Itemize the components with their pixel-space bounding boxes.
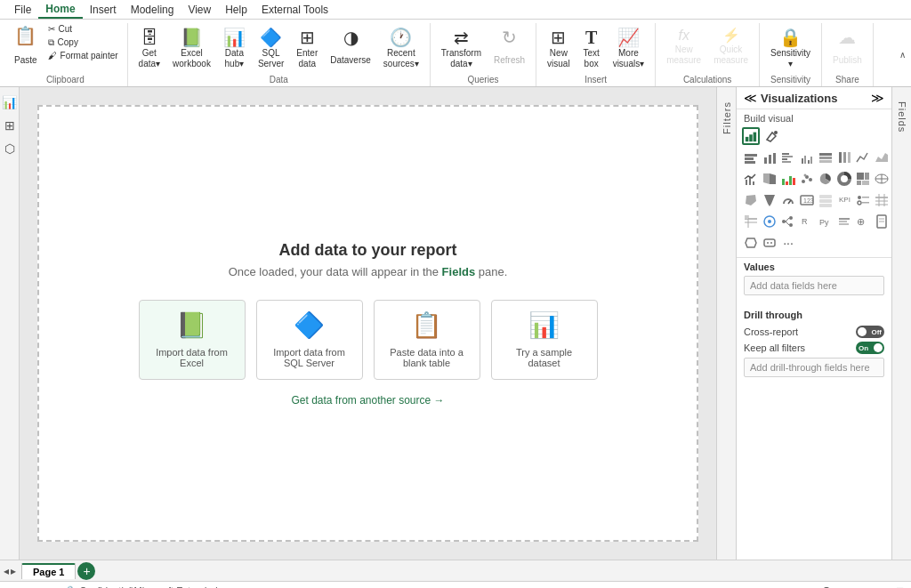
- text-box-button[interactable]: T Textbox: [577, 23, 606, 73]
- viz-decomp-tree[interactable]: [779, 213, 797, 230]
- viz-multirow-card[interactable]: [817, 191, 834, 209]
- menu-external-tools[interactable]: External Tools: [254, 2, 335, 18]
- viz-matrix[interactable]: [742, 213, 760, 230]
- sidebar-data-icon[interactable]: ⊞: [2, 117, 18, 133]
- svg-rect-13: [782, 161, 791, 163]
- viz-map[interactable]: [873, 170, 891, 188]
- stacked-bar-selected[interactable]: [742, 127, 760, 145]
- viz-funnel[interactable]: [761, 191, 778, 209]
- viz-slicer[interactable]: [854, 191, 872, 209]
- menu-view[interactable]: View: [181, 2, 218, 18]
- svg-rect-67: [745, 215, 748, 219]
- menu-help[interactable]: Help: [218, 2, 254, 18]
- more-visuals-button[interactable]: 📈 Morevisuals▾: [608, 23, 650, 73]
- svg-rect-27: [753, 181, 754, 185]
- enter-data-button[interactable]: ⊞ Enterdata: [291, 23, 323, 73]
- fields-link[interactable]: Fields: [442, 265, 476, 278]
- data-hub-button[interactable]: 📊 Datahub▾: [218, 23, 251, 73]
- paste-button[interactable]: 📋 Paste: [9, 23, 43, 69]
- svg-point-86: [770, 242, 772, 244]
- viz-python[interactable]: Py: [817, 213, 834, 230]
- paste-data-card[interactable]: 📋 Paste data into a blank table: [374, 300, 480, 380]
- get-data-button[interactable]: 🗄 Getdata▾: [133, 23, 165, 73]
- viz-azuremap[interactable]: [761, 213, 778, 230]
- svg-rect-9: [773, 153, 776, 164]
- viz-ribbon[interactable]: [761, 170, 778, 188]
- recent-sources-button[interactable]: 🕐 Recentsources▾: [378, 23, 424, 73]
- cross-report-text: Cross-report: [744, 326, 798, 337]
- sidebar-model-icon[interactable]: ⬡: [2, 141, 18, 157]
- cross-report-toggle[interactable]: Off: [856, 326, 884, 338]
- viz-grid-row2: [742, 170, 886, 188]
- sample-dataset-card[interactable]: 📊 Try a sample dataset: [491, 300, 598, 380]
- ribbon-group-queries: ⇄ Transformdata▾ ↻ Refresh Queries: [431, 23, 536, 86]
- refresh-button[interactable]: ↻ Refresh: [488, 23, 530, 69]
- viz-clustered-col[interactable]: [798, 149, 816, 166]
- viz-stacked-bar[interactable]: [742, 149, 760, 166]
- format-visual-icon[interactable]: [763, 127, 781, 145]
- viz-gauge[interactable]: [779, 191, 797, 209]
- viz-pie[interactable]: [817, 170, 834, 188]
- viz-collapse-icon[interactable]: ≪: [744, 91, 757, 105]
- menu-modeling[interactable]: Modeling: [124, 2, 181, 18]
- copy-button[interactable]: ⧉ Copy: [44, 36, 122, 49]
- viz-donut[interactable]: [835, 170, 853, 188]
- viz-shape-map[interactable]: [742, 234, 760, 252]
- menu-home[interactable]: Home: [38, 1, 82, 19]
- transform-data-button[interactable]: ⇄ Transformdata▾: [436, 23, 487, 73]
- viz-clustered-bar[interactable]: [779, 149, 797, 166]
- viz-key-influencers[interactable]: R: [798, 213, 816, 230]
- calculations-label: Calculations: [683, 75, 731, 85]
- viz-100-stacked-bar[interactable]: [817, 149, 834, 166]
- publish-button[interactable]: ☁ Publish: [827, 23, 867, 69]
- new-measure-button[interactable]: fx Newmeasure: [661, 23, 706, 69]
- add-page-button[interactable]: +: [77, 562, 95, 580]
- nav-prev[interactable]: ◂: [4, 565, 9, 577]
- excel-workbook-button[interactable]: 📗 Excelworkbook: [167, 23, 216, 73]
- viz-line[interactable]: [854, 149, 872, 166]
- cut-icon: ✂: [48, 24, 55, 35]
- viz-area[interactable]: [873, 149, 891, 166]
- viz-filled-map[interactable]: [742, 191, 760, 209]
- viz-line-col[interactable]: [742, 170, 760, 188]
- viz-treemap[interactable]: [854, 170, 872, 188]
- menu-insert[interactable]: Insert: [83, 2, 124, 18]
- viz-smart-narrative[interactable]: [835, 213, 853, 230]
- viz-table[interactable]: [873, 191, 891, 209]
- sensitivity-button[interactable]: 🔒 Sensitivity▾: [765, 23, 816, 73]
- viz-stacked-col[interactable]: [761, 149, 778, 166]
- keep-filters-toggle[interactable]: On: [856, 342, 884, 354]
- cut-button[interactable]: ✂ Cut: [44, 23, 122, 36]
- add-drill-fields-box[interactable]: Add drill-through fields here: [744, 358, 884, 377]
- viz-chat-bot[interactable]: [761, 234, 778, 252]
- svg-rect-17: [810, 157, 812, 164]
- viz-100-stacked-col[interactable]: [835, 149, 853, 166]
- format-painter-button[interactable]: 🖌 Format painter: [44, 50, 122, 62]
- ribbon-group-insert: ⊞ Newvisual T Textbox 📈 Morevisuals▾ Ins…: [536, 23, 656, 86]
- dataverse-button[interactable]: ◑ Dataverse: [325, 23, 376, 69]
- svg-point-72: [789, 223, 793, 227]
- viz-more[interactable]: ···: [779, 234, 797, 252]
- quick-measure-button[interactable]: ⚡ Quickmeasure: [708, 23, 754, 69]
- viz-kpi[interactable]: KPI: [835, 191, 853, 209]
- sql-server-button[interactable]: 🔷 SQLServer: [253, 23, 289, 73]
- menu-file[interactable]: File: [7, 2, 38, 18]
- viz-expand-icon[interactable]: ≫: [871, 91, 884, 105]
- svg-rect-1: [749, 134, 753, 141]
- viz-waterfall[interactable]: [779, 170, 797, 188]
- viz-q-and-a[interactable]: ⊕: [854, 213, 872, 230]
- import-sql-card[interactable]: 🔷 Import data from SQL Server: [256, 300, 363, 380]
- sidebar-report-icon[interactable]: 📊: [2, 94, 18, 110]
- viz-paginated-report[interactable]: [873, 213, 891, 230]
- page-tab-1[interactable]: Page 1: [21, 563, 76, 579]
- svg-point-57: [858, 201, 861, 205]
- new-visual-button[interactable]: ⊞ Newvisual: [542, 23, 576, 73]
- nav-next[interactable]: ▸: [11, 565, 16, 577]
- viz-scatter[interactable]: [798, 170, 816, 188]
- viz-card[interactable]: 123: [798, 191, 816, 209]
- get-data-link[interactable]: Get data from another source →: [291, 394, 444, 407]
- ribbon-collapse-button[interactable]: ∧: [898, 23, 907, 86]
- add-data-fields-box[interactable]: Add data fields here: [744, 276, 884, 295]
- import-excel-card[interactable]: 📗 Import data from Excel: [139, 300, 246, 380]
- svg-line-73: [786, 218, 789, 222]
